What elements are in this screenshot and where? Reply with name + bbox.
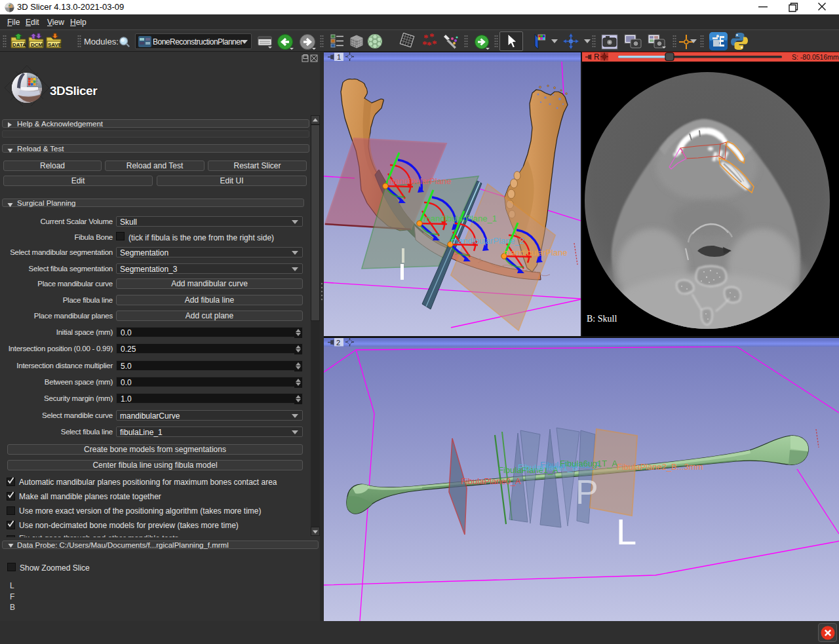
svg-text:2: 2 xyxy=(336,339,340,347)
svg-text:S: -80.0516mm: S: -80.0516mm xyxy=(792,53,839,61)
svg-text:*: * xyxy=(432,39,437,49)
svg-text:FibulaPlane2_B...3mm: FibulaPlane2_B...3mm xyxy=(617,462,703,472)
svg-text:L: L xyxy=(616,511,636,552)
svg-text:FibulaPlane0_A: FibulaPlane0_A xyxy=(461,476,521,486)
svg-text:mandibularPlane: mandibularPlane xyxy=(503,248,568,257)
svg-text:SAVE: SAVE xyxy=(48,42,62,48)
svg-text:mandibularPlane: mandibularPlane xyxy=(387,176,452,186)
svg-text:3DSlicer: 3DSlicer xyxy=(50,84,98,98)
svg-text:Fibula6ug1T_A: Fibula6ug1T_A xyxy=(560,459,617,468)
svg-text:P: P xyxy=(576,473,598,511)
svg-text:R: R xyxy=(594,52,600,62)
svg-text:mandibularPlane_2: mandibularPlane_2 xyxy=(451,236,524,246)
svg-text:DCM: DCM xyxy=(31,42,43,48)
svg-text:1: 1 xyxy=(337,53,341,61)
svg-text:DATA: DATA xyxy=(12,42,26,48)
svg-text:*: * xyxy=(427,40,432,50)
svg-text:mandibularPlane_1: mandibularPlane_1 xyxy=(423,214,497,223)
svg-text:B: Skull: B: Skull xyxy=(587,314,617,324)
